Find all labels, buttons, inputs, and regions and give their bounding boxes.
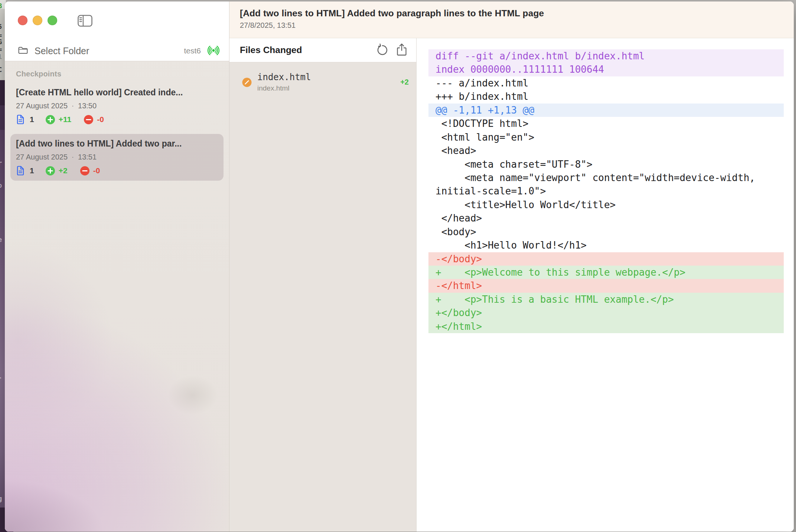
meta-separator-dot: · xyxy=(72,153,74,161)
checkpoint-stats: 1 +11 -0 xyxy=(16,114,218,125)
files-changed-panel: Files Changed xyxy=(229,38,417,532)
sidebar: Select Folder test6 xyxy=(5,1,229,532)
diff-row-text: +</html> xyxy=(435,321,482,332)
share-icon xyxy=(396,43,407,58)
checkpoint-item[interactable]: [Add two lines to HTML] Added two par...… xyxy=(10,134,224,181)
background-text-fragment: e xyxy=(0,236,2,243)
diff-row-text: -</body> xyxy=(435,253,482,265)
background-text-fragment: o xyxy=(0,182,2,189)
diff-row-text: <body> xyxy=(435,226,476,237)
diff-row-text: </head> xyxy=(435,213,482,224)
meta-separator-dot: · xyxy=(72,102,74,110)
diff-row: +</html> xyxy=(428,320,784,333)
diff-row: @@ -1,11 +1,13 @@ xyxy=(428,104,784,117)
background-text-fragment: = xyxy=(0,46,2,53)
share-button[interactable] xyxy=(396,43,407,58)
folder-name: test6 xyxy=(184,46,201,55)
app-window: Select Folder test6 xyxy=(5,1,794,532)
diff-row-text: <html lang="en"> xyxy=(435,132,534,143)
checkpoint-date: 27 August 2025 xyxy=(16,102,68,110)
checkpoint-detail-header: [Add two lines to HTML] Added two paragr… xyxy=(229,1,794,38)
diff-row-text: index 0000000..1111111 100644 xyxy=(435,64,604,75)
diff-row: diff --git a/index.html b/index.html xyxy=(428,49,784,63)
diff-row: + <p>Welcome to this simple webpage.</p> xyxy=(428,266,784,279)
changed-file-count: 1 xyxy=(30,166,34,175)
modified-badge-icon xyxy=(242,78,252,87)
file-additions: +2 xyxy=(400,78,409,86)
diff-row: initial-scale=1.0"> xyxy=(428,184,784,198)
files-changed-header: Files Changed xyxy=(229,38,416,62)
checkpoint-meta: 27 August 2025 · 13:50 xyxy=(16,102,218,110)
select-folder-button[interactable]: Select Folder test6 xyxy=(18,43,222,59)
traffic-lights xyxy=(18,16,57,25)
checkpoint-list: [Create HTML hello world] Created inde..… xyxy=(5,83,229,181)
diff-row-text: --- a/index.html xyxy=(435,78,528,89)
file-count-icon xyxy=(16,165,25,176)
sidebar-toggle-button[interactable] xyxy=(78,15,92,28)
live-signal-icon xyxy=(205,45,222,58)
diff-row-text: + <p>This is a basic HTML example.</p> xyxy=(435,294,674,305)
deletions-count: -0 xyxy=(93,166,100,175)
file-labels: index.html index.html xyxy=(257,72,400,92)
diff-view: diff --git a/index.html b/index.html ind… xyxy=(428,49,794,333)
checkpoint-stats: 1 +2 -0 xyxy=(16,165,218,176)
diff-row: <head> xyxy=(428,144,784,157)
checkpoint-date: 27 August 2025 xyxy=(16,153,68,161)
additions-plus-icon xyxy=(45,115,55,125)
diff-row-text: <h1>Hello World!</h1> xyxy=(435,240,587,251)
diff-row: <meta charset="UTF-8"> xyxy=(428,158,784,171)
background-text-fragment: r xyxy=(0,160,2,167)
diff-row: <h1>Hello World!</h1> xyxy=(428,239,784,252)
folder-icon xyxy=(18,46,28,56)
diff-row-text: <!DOCTYPE html> xyxy=(435,118,528,129)
diff-row-text: <head> xyxy=(435,145,476,156)
checkpoint-title: [Add two lines to HTML] Added two par... xyxy=(16,139,218,149)
additions-plus-icon xyxy=(45,166,55,176)
sidebar-header: Select Folder test6 xyxy=(5,1,229,61)
diff-row-text: <meta charset="UTF-8"> xyxy=(435,159,593,170)
diff-row: -</html> xyxy=(428,279,784,292)
close-button[interactable] xyxy=(18,16,27,25)
diff-row-text: +</body> xyxy=(435,307,482,318)
undo-restore-icon xyxy=(376,43,389,57)
diff-row-text: -</html> xyxy=(435,280,482,291)
diff-row: <body> xyxy=(428,225,784,239)
deletions-count: -0 xyxy=(97,115,104,124)
main-area: [Add two lines to HTML] Added two paragr… xyxy=(229,1,794,532)
background-text-fragment: - xyxy=(0,374,2,381)
diff-row: <meta name="viewport" content="width=dev… xyxy=(428,171,784,184)
diff-row-text: <title>Hello World</title> xyxy=(435,199,616,210)
files-changed-title: Files Changed xyxy=(240,45,369,55)
restore-button[interactable] xyxy=(376,43,389,57)
file-item[interactable]: index.html index.html +2 xyxy=(229,72,416,92)
content-area: Files Changed xyxy=(229,38,794,532)
checkpoint-item[interactable]: [Create HTML hello world] Created inde..… xyxy=(10,83,224,129)
diff-row: index 0000000..1111111 100644 xyxy=(428,63,784,76)
checkpoint-timestamp: 27/8/2025, 13:51 xyxy=(240,21,794,30)
diff-row: <title>Hello World</title> xyxy=(428,198,784,211)
diff-row-text: diff --git a/index.html b/index.html xyxy=(435,50,645,62)
additions-count: +11 xyxy=(59,115,71,124)
file-count-icon xyxy=(16,114,25,125)
diff-row: +++ b/index.html xyxy=(428,90,784,103)
diff-panel: diff --git a/index.html b/index.html ind… xyxy=(417,38,794,532)
background-text-fragment: G xyxy=(0,38,2,46)
background-text-fragment: C xyxy=(0,66,2,73)
page-title: [Add two lines to HTML] Added two paragr… xyxy=(240,8,794,19)
background-text-fragment: g xyxy=(0,495,2,502)
diff-row-text: initial-scale=1.0"> xyxy=(435,185,546,197)
checkpoint-time: 13:50 xyxy=(78,102,97,110)
diff-row: + <p>This is a basic HTML example.</p> xyxy=(428,293,784,306)
diff-row-text: <meta name="viewport" content="width=dev… xyxy=(435,172,755,183)
diff-row-text: +++ b/index.html xyxy=(435,91,528,102)
checkpoint-title: [Create HTML hello world] Created inde..… xyxy=(16,88,218,98)
file-list: index.html index.html +2 xyxy=(229,62,416,92)
diff-row: <html lang="en"> xyxy=(428,131,784,144)
zoom-button[interactable] xyxy=(48,16,57,25)
diff-row: -</body> xyxy=(428,252,784,266)
sidebar-toggle-icon xyxy=(78,22,92,28)
checkpoints-section-title: Checkpoints xyxy=(16,70,229,78)
diff-row: </head> xyxy=(428,211,784,225)
select-folder-label: Select Folder xyxy=(35,46,184,56)
minimize-button[interactable] xyxy=(33,16,42,25)
